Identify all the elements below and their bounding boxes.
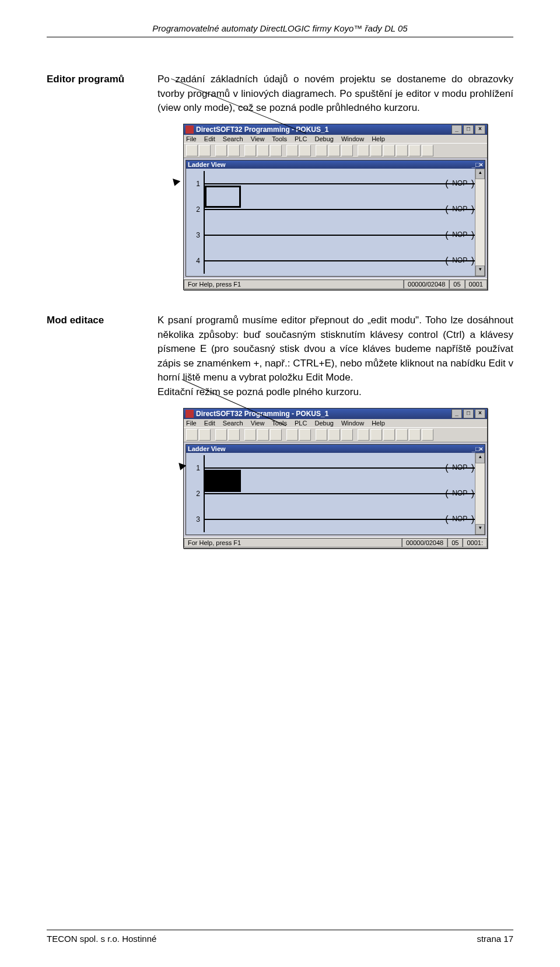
ladder-area[interactable]: 1 ( NOP ) 2 ( NOP ) [186, 169, 485, 276]
ladder-titlebar[interactable]: Ladder View _ □ × [186, 160, 485, 169]
status-help: For Help, press F1 [184, 538, 402, 547]
tool-button[interactable] [257, 145, 269, 156]
tool-button[interactable] [358, 429, 369, 441]
menu-plc[interactable]: PLC [295, 420, 307, 427]
menu-tools[interactable]: Tools [272, 135, 287, 142]
tool-button[interactable] [228, 145, 240, 156]
tool-button[interactable] [199, 429, 211, 441]
menu-debug[interactable]: Debug [314, 420, 333, 427]
rung[interactable]: 3 ( NOP ) [186, 507, 485, 532]
tool-button[interactable] [383, 145, 395, 156]
tool-button[interactable] [316, 429, 327, 441]
rung-number: 1 [190, 464, 204, 472]
menu-plc[interactable]: PLC [295, 135, 307, 142]
menu-search[interactable]: Search [223, 135, 243, 142]
tool-button[interactable] [422, 429, 433, 441]
tool-button[interactable] [299, 429, 311, 441]
rung[interactable]: 3 ( NOP ) [186, 222, 485, 248]
tool-button[interactable] [396, 145, 408, 156]
tool-button[interactable] [409, 429, 421, 441]
rung-number: 1 [190, 180, 204, 188]
menu-edit[interactable]: Edit [204, 420, 215, 427]
menu-window[interactable]: Window [341, 135, 364, 142]
maximize-button[interactable]: □ [463, 409, 474, 418]
tool-button[interactable] [244, 145, 256, 156]
ladder-titlebar[interactable]: Ladder View _ □ × [186, 445, 485, 453]
menu-view[interactable]: View [251, 135, 265, 142]
tool-button[interactable] [396, 429, 408, 441]
menu-debug[interactable]: Debug [314, 135, 333, 142]
titlebar[interactable]: DirectSOFT32 Programming - POKUS_1 _ □ × [184, 124, 487, 135]
menu-file[interactable]: File [186, 135, 197, 142]
scrollbar[interactable]: ▴ ▾ [475, 169, 485, 276]
maximize-button[interactable]: □ [463, 125, 474, 134]
tool-button[interactable] [257, 429, 269, 441]
rung-number: 2 [190, 205, 204, 214]
close-button[interactable]: × [475, 409, 485, 418]
tool-button[interactable] [244, 429, 256, 441]
tool-button[interactable] [422, 145, 433, 156]
maximize-button[interactable]: □ [475, 161, 480, 168]
section-label: Mod editace [47, 313, 158, 326]
close-button[interactable]: × [475, 125, 485, 134]
tool-button[interactable] [286, 429, 298, 441]
rung[interactable]: 1 ( NOP ) [186, 171, 485, 197]
tool-button[interactable] [341, 145, 353, 156]
scroll-up-button[interactable]: ▴ [475, 453, 485, 463]
nop-instruction: ( NOP ) [445, 179, 474, 189]
scroll-up-button[interactable]: ▴ [475, 169, 485, 179]
nop-instruction: ( NOP ) [445, 230, 474, 240]
status-counter: 00000/02048 [402, 538, 447, 547]
status-word: 0001: [463, 538, 487, 547]
tool-button[interactable] [228, 429, 240, 441]
titlebar[interactable]: DirectSOFT32 Programming - POKUS_1 _ □ × [184, 409, 487, 419]
scroll-down-button[interactable]: ▾ [475, 266, 485, 276]
ladder-window: Ladder View _ □ × 1 ( NOP ) [186, 160, 485, 277]
tool-button[interactable] [358, 145, 369, 156]
scroll-track[interactable] [475, 463, 485, 524]
tool-button[interactable] [299, 145, 311, 156]
menu-help[interactable]: Help [372, 135, 385, 142]
maximize-button[interactable]: □ [475, 445, 480, 452]
tool-button[interactable] [270, 429, 282, 441]
scroll-down-button[interactable]: ▾ [475, 524, 485, 535]
rung[interactable]: 2 ( NOP ) [186, 481, 485, 507]
rung[interactable]: 2 ( NOP ) [186, 197, 485, 222]
menu-file[interactable]: File [186, 420, 197, 427]
tool-button[interactable] [215, 145, 227, 156]
tool-button[interactable] [383, 429, 395, 441]
minimize-button[interactable]: _ [452, 409, 462, 418]
tool-button[interactable] [270, 145, 282, 156]
rung[interactable]: 4 ( NOP ) [186, 248, 485, 274]
tool-button[interactable] [370, 145, 382, 156]
menu-edit[interactable]: Edit [204, 135, 215, 142]
tool-button[interactable] [199, 145, 211, 156]
tool-button[interactable] [286, 145, 298, 156]
menu-window[interactable]: Window [341, 420, 364, 427]
ladder-area[interactable]: 1 ( NOP ) 2 ( NOP ) [186, 453, 485, 535]
tool-button[interactable] [316, 145, 327, 156]
tool-button[interactable] [186, 429, 198, 441]
menu-search[interactable]: Search [223, 420, 243, 427]
close-button[interactable]: × [480, 161, 483, 168]
rung[interactable]: 1 ( NOP ) [186, 455, 485, 481]
tool-button[interactable] [341, 429, 353, 441]
menu-view[interactable]: View [251, 420, 265, 427]
tool-button[interactable] [328, 429, 340, 441]
scrollbar[interactable]: ▴ ▾ [475, 453, 485, 535]
tool-button[interactable] [328, 145, 340, 156]
tool-button[interactable] [409, 145, 421, 156]
tool-button[interactable] [215, 429, 227, 441]
tool-button[interactable] [186, 145, 198, 156]
status-counter: 00000/02048 [404, 280, 449, 289]
tool-button[interactable] [370, 429, 382, 441]
close-button[interactable]: × [480, 445, 483, 452]
toolbar [184, 143, 487, 158]
statusbar: For Help, press F1 00000/02048 05 0001: [184, 537, 487, 548]
footer-left: TECON spol. s r.o. Hostinné [47, 934, 156, 944]
menu-help[interactable]: Help [372, 420, 385, 427]
scroll-track[interactable] [475, 179, 485, 266]
app-window-2: DirectSOFT32 Programming - POKUS_1 _ □ ×… [183, 408, 488, 549]
minimize-button[interactable]: _ [452, 125, 462, 134]
status-word: 0001 [465, 280, 487, 289]
